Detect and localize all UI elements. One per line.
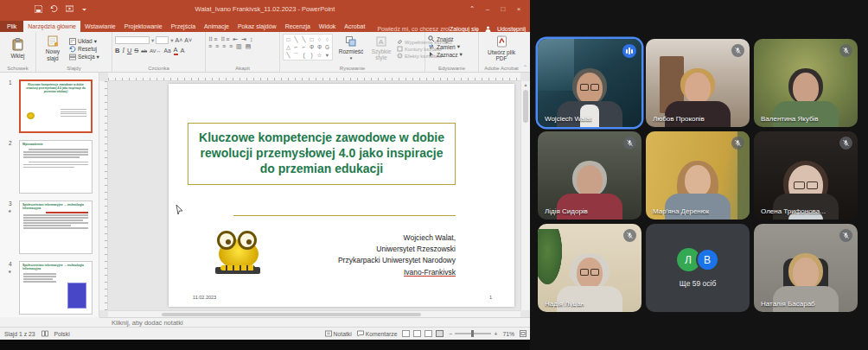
font-size-combobox[interactable] (156, 36, 169, 44)
tab-pokaz-slajdow[interactable]: Pokaz slajdów (233, 21, 281, 32)
notes-toggle[interactable]: Notatki (325, 330, 352, 337)
restore-button[interactable]: □ (495, 5, 511, 13)
arrange-button[interactable]: Rozmieść▾ (336, 34, 366, 63)
slide-thumbnail-panel[interactable]: 1 Kluczowe kompetencje zawodowe w dobie … (0, 73, 99, 317)
font-color-button[interactable]: A (174, 46, 178, 55)
share-button[interactable]: Udostępnij (497, 26, 526, 32)
reading-view-button[interactable] (424, 330, 432, 337)
minimize-button[interactable]: – (480, 5, 495, 13)
tab-widok[interactable]: Widok (315, 21, 340, 32)
save-icon[interactable] (35, 5, 42, 13)
pdf-icon (496, 35, 507, 48)
sign-in-link[interactable]: Zaloguj się (450, 26, 479, 32)
notes-pane[interactable]: Kliknij, aby dodać notatki (99, 317, 530, 327)
ribbon-display-options-icon[interactable]: ⌃ (464, 5, 480, 13)
normal-view-button[interactable] (402, 330, 410, 337)
section-icon (69, 54, 76, 60)
language-indicator[interactable]: Polski (54, 331, 70, 337)
tell-me-box[interactable]: Powiedz mi, co chcesz zrobić... (374, 25, 450, 32)
slide-author-block[interactable]: Wojciech Walat, Uniwersytet Rzeszowski P… (338, 232, 456, 278)
participant-tile[interactable]: Мар'яна Деренюк (646, 131, 750, 220)
thumbnail-slide-1[interactable]: 1 Kluczowe kompetencje zawodowe w dobie … (19, 80, 93, 133)
ribbon-tab-row: Plik Narzędzia główne Wstawianie Projekt… (0, 17, 530, 32)
character-spacing-button[interactable]: AV↔ (150, 48, 162, 54)
quick-styles-button[interactable]: A Szybkie style (369, 34, 393, 63)
svg-text:A: A (379, 38, 384, 46)
participant-tile[interactable]: Надія Луцан (538, 224, 641, 312)
tab-wstawianie[interactable]: Wstawianie (80, 21, 120, 32)
tab-narzedzia-glowne[interactable]: Narzędzia główne (23, 21, 80, 32)
animation-star-icon: ★ (8, 269, 11, 274)
select-button[interactable]: Zaznacz▾ (428, 51, 475, 58)
slideshow-view-button[interactable] (436, 330, 444, 337)
vertical-scrollbar[interactable]: ▲ (520, 81, 530, 310)
reset-button[interactable]: Resetuj (69, 46, 99, 53)
list-buttons-row[interactable]: ⠿≡ ⠿≡ ⇤ ⇥ ↕ (208, 36, 277, 43)
slide[interactable]: Kluczowe kompetencje zawodowe w dobie re… (169, 84, 514, 307)
fit-to-window-icon[interactable] (520, 330, 527, 337)
change-case-button[interactable]: Aa (164, 48, 171, 54)
participant-grid: Wojciech Walat Любов Прокопів Валентина … (538, 39, 858, 312)
section-button[interactable]: Sekcja▾ (69, 54, 99, 60)
underline-button[interactable]: U (127, 47, 131, 54)
tab-acrobat[interactable]: Acrobat (340, 21, 369, 32)
alignment-buttons-row[interactable]: ≡ ≡ ≡ ≡ ▥ ▤ (208, 43, 277, 50)
thumbnail-slide-3[interactable]: 3 ★ Społeczeństwo informacyjne → technol… (19, 200, 93, 254)
new-slide-button[interactable]: Nowy slajd (39, 34, 67, 63)
owl-mini (27, 112, 35, 119)
tab-projektowanie[interactable]: Projektowanie (120, 21, 167, 32)
tab-recenzja[interactable]: Recenzja (281, 21, 315, 32)
participant-tile[interactable]: Олена Трифонова... (754, 131, 858, 220)
zoom-percentage[interactable]: 71% (502, 331, 514, 337)
zoom-track[interactable] (455, 333, 491, 334)
participant-tile[interactable]: Валентина Якубів (754, 39, 858, 127)
tab-przejscia[interactable]: Przejścia (167, 21, 200, 32)
overflow-participants-tile[interactable]: Л В Ще 59 осіб (646, 224, 750, 312)
undo-icon[interactable] (50, 5, 58, 13)
comments-toggle[interactable]: Komentarze (357, 330, 398, 337)
shrink-font-icon[interactable]: A˅ (184, 37, 192, 43)
participant-tile[interactable]: Наталія Басараб (754, 224, 858, 312)
start-slideshow-icon[interactable] (66, 5, 73, 13)
thumbnail-slide-4[interactable]: 4 ★ Społeczeństwo informacyjne → technol… (19, 261, 93, 315)
slide-number: 1 (489, 295, 492, 300)
participant-tile[interactable]: Wojciech Walat (538, 39, 641, 127)
close-button[interactable]: × (511, 5, 527, 13)
paste-button[interactable]: Wklej (3, 34, 33, 63)
text-shadow-button[interactable]: ab (141, 48, 147, 54)
slide-title-box[interactable]: Kluczowe kompetencje zawodowe w dobie re… (188, 123, 456, 185)
highlight-button[interactable]: A (181, 47, 185, 54)
participant-tile[interactable]: Лідія Сидорів (538, 131, 641, 220)
find-button[interactable]: Znajdź (428, 35, 475, 42)
slide-sorter-view-button[interactable] (413, 330, 421, 337)
participant-name: Наталія Басараб (761, 300, 815, 308)
notes-icon (325, 330, 332, 337)
tab-plik[interactable]: Plik (0, 21, 23, 32)
create-pdf-button[interactable]: Utwórz plik PDF (482, 34, 521, 63)
zoom-in-button[interactable]: + (494, 331, 497, 337)
thumbnail-slide-2[interactable]: 2 Wprowadzenie (19, 140, 93, 194)
zoom-out-button[interactable]: − (449, 331, 452, 337)
spellcheck-icon[interactable] (41, 330, 48, 337)
bold-button[interactable]: B (115, 47, 119, 54)
shapes-gallery[interactable]: □╲╲□○○ △⌐⌐ΦΦG ╲⌒()☆▾ (283, 34, 333, 60)
font-name-combobox[interactable] (115, 36, 150, 44)
participant-tile[interactable]: Любов Прокопів (646, 39, 750, 127)
shape-effects-icon (397, 53, 403, 59)
replace-button[interactable]: Zamień▾ (428, 43, 475, 50)
zoom-thumb[interactable] (471, 330, 474, 337)
scrollbar-thumb[interactable] (523, 90, 528, 123)
participant-name: Валентина Якубів (761, 115, 819, 123)
qat-dropdown-icon[interactable] (81, 5, 89, 13)
grow-font-icon[interactable]: A˄ (176, 37, 183, 43)
scrollbar-thumb[interactable] (162, 313, 421, 317)
italic-button[interactable]: I (122, 47, 124, 54)
strikethrough-button[interactable]: S (134, 47, 138, 54)
collapse-ribbon-icon[interactable]: ⌃ (523, 64, 527, 70)
horizontal-scrollbar[interactable] (108, 310, 520, 317)
layout-button[interactable]: Układ▾ (69, 38, 99, 45)
scroll-up-icon[interactable]: ▲ (521, 81, 530, 89)
author-line: Przykarpacki Uniwersytet Narodowy (338, 255, 456, 266)
tab-animacje[interactable]: Animacje (200, 21, 233, 32)
paste-icon (12, 38, 23, 51)
